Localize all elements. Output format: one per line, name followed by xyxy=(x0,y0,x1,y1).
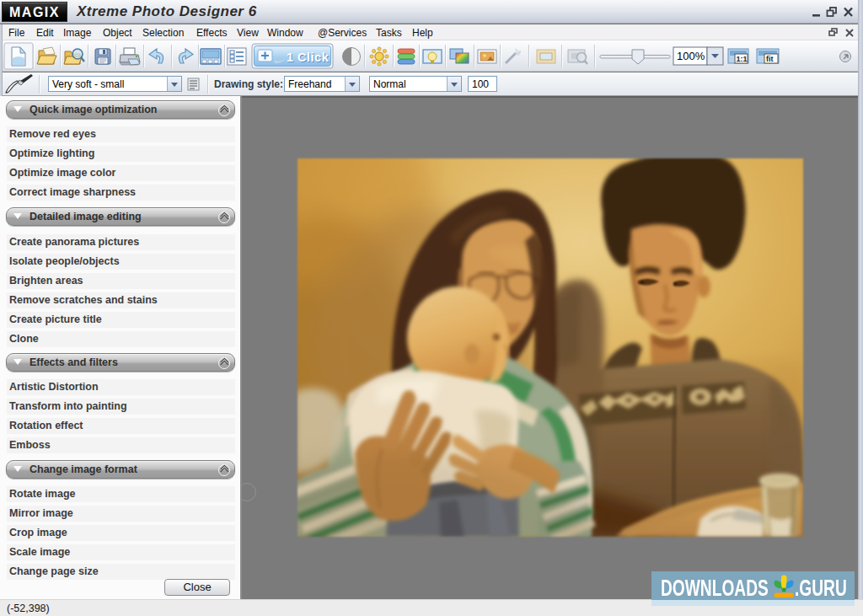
svg-text:1 Click: 1 Click xyxy=(287,51,330,64)
svg-text:fit: fit xyxy=(766,55,774,63)
svg-text:1:1: 1:1 xyxy=(737,55,748,63)
svg-text:100%: 100% xyxy=(677,50,705,62)
